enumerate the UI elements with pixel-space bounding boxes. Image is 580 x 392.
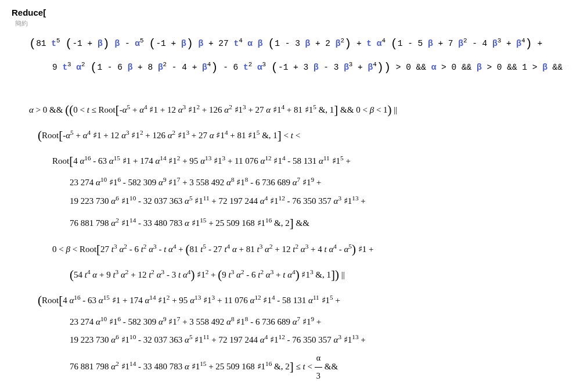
function-header: Reduce[ 簡約 bbox=[12, 6, 568, 29]
input-cell: Reduce[ 簡約 (81 t5 (-1 + β) β - α5 (-1 + … bbox=[12, 6, 568, 80]
output-cell: α > 0 && ((0 < t ≤ Root[-α5 + α4 ♯1 + 12… bbox=[12, 97, 568, 392]
annotation-jp: 簡約 bbox=[15, 19, 568, 29]
frac-num: α bbox=[315, 350, 322, 368]
out-line-2: (Root[-α5 + α4 ♯1 + 12 α3 ♯12 + 126 α2 ♯… bbox=[12, 123, 568, 148]
out-line-8: (54 t4 α + 9 t3 α2 + 12 t2 α3 - 3 t α4) … bbox=[12, 262, 568, 287]
input-line-1: (81 t5 (-1 + β) β - α5 (-1 + β) β + 27 t… bbox=[12, 33, 568, 56]
out-line-13: 0 < β < Root[27 t3 α2 - 6 t2 α3 - t α4 +… bbox=[12, 385, 568, 392]
out-line-4: 23 274 α10 ♯16 - 582 309 α9 ♯17 + 3 558 … bbox=[12, 174, 568, 192]
out-line-1: α > 0 && ((0 < t ≤ Root[-α5 + α4 ♯1 + 12… bbox=[12, 97, 568, 123]
out-line-12: 76 881 798 α2 ♯114 - 33 480 783 α ♯115 +… bbox=[12, 350, 568, 385]
frac-den: 3 bbox=[315, 368, 322, 385]
out-line-3: Root[4 α16 - 63 α15 ♯1 + 174 α14 ♯12 + 9… bbox=[12, 148, 568, 174]
out-line-9: (Root[4 α16 - 63 α15 ♯1 + 174 α14 ♯12 + … bbox=[12, 287, 568, 313]
out-line-11: 19 223 730 α6 ♯110 - 32 037 363 α5 ♯111 … bbox=[12, 331, 568, 350]
input-expression: (81 t5 (-1 + β) β - α5 (-1 + β) β + 27 t… bbox=[12, 33, 568, 80]
out-line-6: 76 881 798 α2 ♯114 - 33 480 783 α ♯115 +… bbox=[12, 210, 568, 236]
out-line-7: 0 < β < Root[27 t3 α2 - 6 t2 α3 - t α4 +… bbox=[12, 236, 568, 262]
function-name: Reduce bbox=[12, 8, 43, 17]
input-line-2: 9 t3 α2 (1 - 6 β + 8 β2 - 4 + β4) - 6 t2… bbox=[12, 56, 568, 80]
out-line-5: 19 223 730 α6 ♯110 - 32 037 363 α5 ♯111 … bbox=[12, 192, 568, 211]
out-line-10: 23 274 α10 ♯16 - 582 309 α9 ♯17 + 3 558 … bbox=[12, 313, 568, 332]
